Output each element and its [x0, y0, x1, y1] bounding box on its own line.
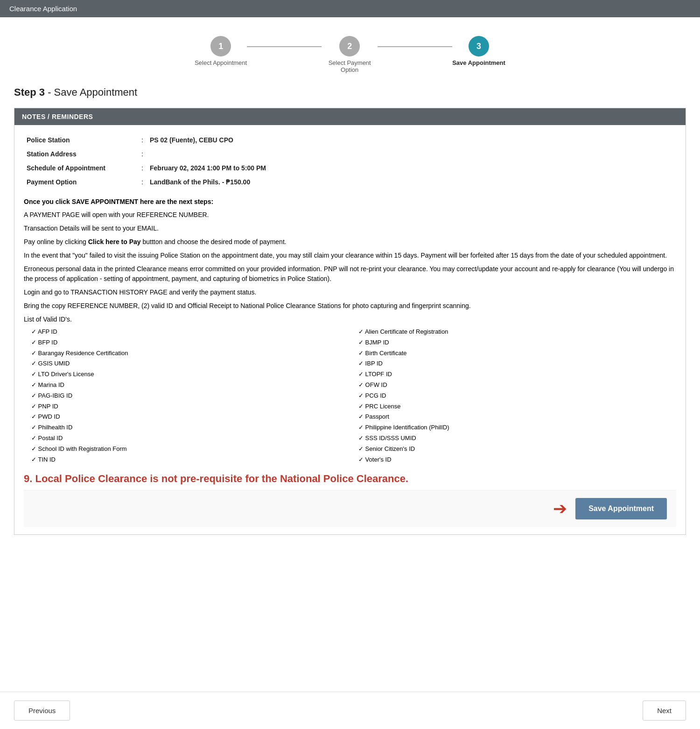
valid-id-item: ✓ Philhealth ID — [31, 423, 349, 433]
arrow-right-icon: ➔ — [553, 500, 567, 517]
valid-id-item: ✓ Postal ID — [31, 434, 349, 443]
steps-list: A PAYMENT PAGE will open with your REFER… — [24, 210, 676, 464]
info-colon-3: : — [138, 175, 147, 189]
info-value-schedule: February 02, 2024 1:00 PM to 5:00 PM — [148, 161, 675, 175]
stepper-circle-1: 1 — [210, 36, 231, 56]
notes-header: NOTES / REMINDERS — [14, 108, 686, 125]
info-label-police-station: Police Station — [25, 133, 137, 147]
valid-id-item: ✓ LTO Driver's License — [31, 370, 349, 379]
stepper-step-1: 1 Select Appointment — [195, 36, 247, 66]
stepper: 1 Select Appointment 2 Select Payment Op… — [14, 27, 686, 78]
valid-id-item: ✓ School ID with Registration Form — [31, 444, 349, 454]
info-row-station-address: Station Address : — [25, 147, 675, 161]
valid-id-item: ✓ SSS ID/SSS UMID — [358, 434, 676, 443]
info-value-police-station: PS 02 (Fuente), CEBU CPO — [148, 133, 675, 147]
valid-id-item: ✓ Barangay Residence Certification — [31, 349, 349, 358]
list-item: Transaction Details will be sent to your… — [24, 224, 676, 233]
stepper-line-2-3 — [378, 46, 452, 47]
info-colon-2: : — [138, 161, 147, 175]
list-item: Erroneous personal data in the printed C… — [24, 264, 676, 284]
valid-id-item: ✓ GSIS UMID — [31, 359, 349, 369]
valid-id-item: ✓ LTOPF ID — [358, 370, 676, 379]
info-row-payment: Payment Option : LandBank of the Phils. … — [25, 175, 675, 189]
notes-body: Police Station : PS 02 (Fuente), CEBU CP… — [14, 125, 686, 534]
stepper-line-1-2 — [247, 46, 322, 47]
valid-id-item: ✓ OFW ID — [358, 380, 676, 390]
main-content: 1 Select Appointment 2 Select Payment Op… — [0, 17, 700, 692]
valid-id-item: ✓ AFP ID — [31, 327, 349, 337]
stepper-step-3: 3 Save Appointment — [452, 36, 505, 66]
info-row-police-station: Police Station : PS 02 (Fuente), CEBU CP… — [25, 133, 675, 147]
list-item: In the event that "you" failed to visit … — [24, 251, 676, 260]
next-button[interactable]: Next — [643, 701, 686, 721]
app-title: Clearance Application — [9, 5, 77, 13]
list-item: List of Valid ID's. ✓ AFP ID✓ Alien Cert… — [24, 315, 676, 464]
valid-id-item: ✓ Voter's ID — [358, 455, 676, 465]
info-label-schedule: Schedule of Appointment — [25, 161, 137, 175]
valid-id-item: ✓ PRC License — [358, 402, 676, 412]
step-title-bold: Step 3 — [14, 86, 45, 98]
valid-id-item: ✓ IBP ID — [358, 359, 676, 369]
info-value-station-address — [148, 147, 675, 161]
valid-id-item: ✓ Birth Certificate — [358, 349, 676, 358]
info-label-payment: Payment Option — [25, 175, 137, 189]
valid-id-item: ✓ Marina ID — [31, 380, 349, 390]
list-item: Pay online by clicking Click here to Pay… — [24, 237, 676, 247]
footer-nav: Previous Next — [0, 692, 700, 729]
list-item: A PAYMENT PAGE will open with your REFER… — [24, 210, 676, 220]
info-colon-1: : — [138, 147, 147, 161]
valid-id-item: ✓ Philippine Identification (PhilID) — [358, 423, 676, 433]
info-row-schedule: Schedule of Appointment : February 02, 2… — [25, 161, 675, 175]
valid-id-item: ✓ TIN ID — [31, 455, 349, 465]
valid-id-item: ✓ Alien Certificate of Registration — [358, 327, 676, 337]
app-wrapper: Clearance Application 1 Select Appointme… — [0, 0, 700, 729]
valid-id-item: ✓ BJMP ID — [358, 338, 676, 348]
save-appointment-button[interactable]: Save Appointment — [575, 498, 667, 519]
highlight-note: 9. Local Police Clearance is not pre-req… — [24, 472, 676, 486]
valid-id-item: ✓ PNP ID — [31, 402, 349, 412]
stepper-step-2: 2 Select Payment Option — [322, 36, 378, 73]
notes-box: NOTES / REMINDERS Police Station : PS 02… — [14, 108, 686, 535]
valid-id-item: ✓ PAG-IBIG ID — [31, 391, 349, 401]
valid-id-item: ✓ Passport — [358, 412, 676, 422]
valid-id-item: ✓ PCG ID — [358, 391, 676, 401]
valid-ids-grid: ✓ AFP ID✓ Alien Certificate of Registrat… — [31, 327, 676, 464]
stepper-label-1: Select Appointment — [195, 59, 247, 66]
step-title-rest: - Save Appointment — [45, 86, 137, 98]
stepper-circle-2: 2 — [339, 36, 360, 56]
save-area: ➔ Save Appointment — [24, 490, 676, 527]
valid-id-item: ✓ BFP ID — [31, 338, 349, 348]
list-item: Login and go to TRANSACTION HISTORY PAGE… — [24, 287, 676, 297]
valid-id-item: ✓ PWD ID — [31, 412, 349, 422]
stepper-label-3: Save Appointment — [452, 59, 505, 66]
list-item: Bring the copy REFERENCE NUMBER, (2) val… — [24, 301, 676, 311]
info-label-station-address: Station Address — [25, 147, 137, 161]
info-colon-0: : — [138, 133, 147, 147]
info-table: Police Station : PS 02 (Fuente), CEBU CP… — [24, 133, 676, 189]
stepper-circle-3: 3 — [469, 36, 489, 56]
stepper-label-2: Select Payment Option — [322, 59, 378, 73]
next-steps-title: Once you click SAVE APPOINTMENT here are… — [24, 198, 676, 205]
valid-id-item: ✓ Senior Citizen's ID — [358, 444, 676, 454]
info-value-payment: LandBank of the Phils. - ₱150.00 — [148, 175, 675, 189]
previous-button[interactable]: Previous — [14, 701, 70, 721]
top-bar: Clearance Application — [0, 0, 700, 17]
step-title: Step 3 - Save Appointment — [14, 86, 686, 98]
